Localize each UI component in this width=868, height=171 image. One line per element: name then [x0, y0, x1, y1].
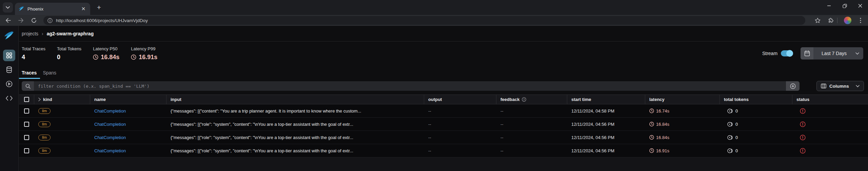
output-cell: -- — [428, 148, 431, 153]
minimize-button[interactable] — [821, 0, 837, 12]
tab-search-button[interactable] — [3, 2, 13, 13]
input-cell: {"messages": [{"role": "system", "conten… — [171, 148, 353, 153]
database-icon — [6, 66, 12, 73]
start-time-cell: 12/11/2024, 04:56 PM — [571, 148, 614, 153]
column-header-total-tokens[interactable]: total tokens — [720, 95, 792, 104]
clock-icon — [649, 108, 654, 113]
sidebar-item-datasets[interactable] — [3, 64, 15, 75]
filter-row: Columns — [19, 79, 868, 93]
clock-icon — [649, 135, 654, 140]
input-cell: {"messages": [{"content": "You are a tri… — [171, 108, 361, 114]
breadcrumb: projects › ag2-swarm-graphrag — [19, 26, 868, 41]
total-tokens-cell: 0 — [720, 144, 792, 157]
close-window-button[interactable] — [852, 0, 868, 12]
column-header-output[interactable]: output — [424, 95, 496, 104]
profile-avatar[interactable] — [843, 16, 852, 25]
stream-toggle[interactable] — [781, 50, 793, 56]
code-brackets-icon — [6, 96, 13, 101]
site-info-icon[interactable] — [47, 18, 53, 23]
latency-cell: 16.74s — [649, 108, 669, 114]
toolbar-right — [809, 16, 865, 25]
play-circle-icon — [6, 81, 13, 87]
add-filter-button[interactable] — [786, 81, 800, 91]
extensions-icon[interactable] — [826, 16, 835, 25]
date-range-value: Last 7 Days — [822, 51, 847, 56]
row-checkbox[interactable] — [24, 122, 29, 127]
output-cell: -- — [428, 135, 431, 140]
total-tokens-cell: 0 — [720, 118, 792, 131]
span-kind-badge: llm — [38, 148, 51, 154]
search-icon — [22, 81, 34, 91]
column-header-status[interactable]: status — [792, 95, 868, 104]
feedback-cell: -- — [500, 135, 504, 140]
phoenix-logo[interactable] — [4, 31, 14, 41]
reload-button[interactable] — [29, 16, 39, 25]
feedback-cell: -- — [500, 148, 504, 153]
filter-condition-input[interactable] — [34, 84, 786, 89]
error-status-icon — [800, 121, 806, 127]
column-header-kind[interactable]: kind — [34, 95, 90, 104]
bookmark-star-icon[interactable] — [813, 16, 822, 25]
trace-table-row[interactable]: llm ChatCompletion {"messages": [{"role"… — [19, 118, 868, 131]
tab-close-icon[interactable]: ✕ — [80, 5, 87, 12]
clock-icon — [649, 148, 654, 153]
svg-text:?: ? — [523, 98, 525, 101]
table-footer-area — [19, 157, 868, 171]
breadcrumb-chevron-icon: › — [42, 31, 43, 36]
span-name-link[interactable]: ChatCompletion — [94, 108, 126, 114]
help-circle-icon: ? — [522, 97, 526, 102]
span-kind-badge: llm — [38, 108, 51, 114]
tab-traces[interactable]: Traces — [19, 70, 40, 79]
start-time-cell: 12/11/2024, 04:56 PM — [571, 135, 614, 140]
browser-tab-phoenix[interactable]: Phoenix ✕ — [15, 3, 90, 15]
forward-button[interactable] — [16, 16, 26, 25]
span-name-link[interactable]: ChatCompletion — [94, 148, 126, 153]
clock-icon — [649, 122, 654, 126]
trace-table-row[interactable]: llm ChatCompletion {"messages": [{"role"… — [19, 144, 868, 157]
browser-menu-icon[interactable] — [856, 16, 865, 25]
chevron-down-icon — [856, 85, 860, 87]
input-cell: {"messages": [{"role": "system", "conten… — [171, 122, 353, 127]
feedback-cell: -- — [500, 108, 504, 114]
date-range-button[interactable]: Last 7 Days — [801, 47, 863, 59]
back-button[interactable] — [3, 16, 13, 25]
url-text: http://localhost:6006/projects/UHJvamVjd… — [56, 18, 148, 23]
column-header-input[interactable]: input — [166, 95, 424, 104]
column-header-name[interactable]: name — [90, 95, 166, 104]
sidebar-item-apis[interactable] — [3, 92, 15, 104]
breadcrumb-projects-link[interactable]: projects — [22, 31, 38, 36]
column-header-latency[interactable]: latency — [645, 95, 720, 104]
tokens-icon — [727, 108, 733, 114]
chevron-down-icon — [855, 52, 859, 55]
restore-button[interactable] — [837, 0, 852, 12]
latency-cell: 16.84s — [649, 135, 669, 140]
stat-latency-p99: Latency P99 16.91s — [131, 46, 157, 61]
column-header-feedback[interactable]: feedback ? — [496, 95, 567, 104]
tokens-icon — [727, 148, 733, 153]
select-all-checkbox[interactable] — [24, 97, 29, 102]
output-cell: -- — [428, 122, 431, 127]
row-checkbox[interactable] — [24, 135, 29, 140]
span-name-link[interactable]: ChatCompletion — [94, 135, 126, 140]
grid-icon — [6, 52, 12, 58]
tab-spans[interactable]: Spans — [40, 70, 60, 79]
columns-button[interactable]: Columns — [816, 81, 864, 91]
row-checkbox[interactable] — [24, 148, 29, 153]
feedback-cell: -- — [500, 122, 504, 127]
browser-tab-bar: Phoenix ✕ + — [0, 0, 868, 15]
column-header-start-time[interactable]: start time — [567, 95, 645, 104]
total-tokens-cell: 0 — [720, 104, 792, 117]
chevron-down-icon — [6, 6, 10, 9]
span-name-link[interactable]: ChatCompletion — [94, 122, 126, 127]
trace-table-row[interactable]: llm ChatCompletion {"messages": [{"conte… — [19, 104, 868, 118]
row-checkbox[interactable] — [24, 108, 29, 114]
toolbar-divider — [837, 18, 837, 23]
start-time-cell: 12/11/2024, 04:58 PM — [571, 108, 614, 114]
url-bar[interactable]: http://localhost:6006/projects/UHJvamVjd… — [43, 16, 805, 25]
chevron-right-icon[interactable] — [38, 98, 41, 101]
trace-table-row[interactable]: llm ChatCompletion {"messages": [{"role"… — [19, 131, 868, 144]
sidebar-item-projects[interactable] — [3, 50, 15, 61]
sidebar-item-playground[interactable] — [3, 78, 15, 90]
error-status-icon — [800, 108, 806, 114]
new-tab-button[interactable]: + — [94, 3, 104, 12]
